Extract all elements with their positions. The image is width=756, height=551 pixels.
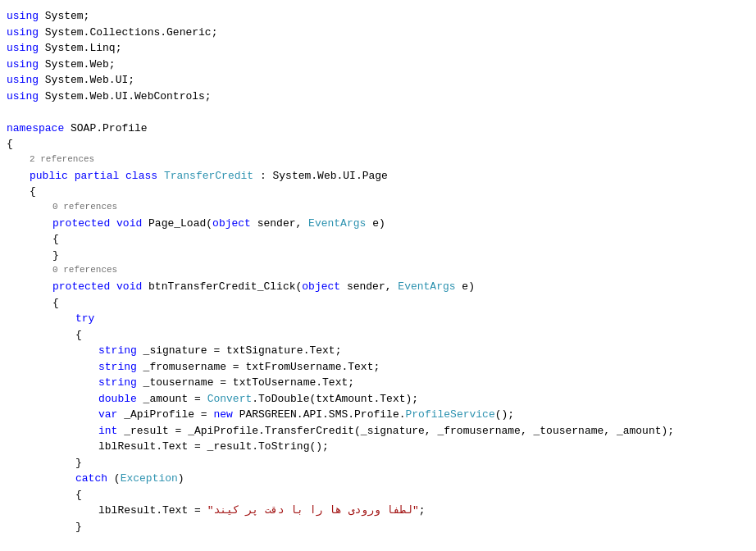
keyword-partial: partial [75, 168, 120, 184]
reference-count: 2 references [30, 153, 94, 166]
line-try-close: } [0, 455, 756, 471]
line-api-profile: var _ApiProfile = new PARSGREEN.API.SMS.… [0, 407, 756, 423]
code-editor: using System; using System.Collections.G… [0, 0, 756, 551]
type-profile-service: ProfileService [405, 407, 494, 423]
line-from: string _fromusername = txtFromUsername.T… [0, 359, 756, 376]
keyword-class: class [125, 168, 157, 184]
keyword-string-from: string [98, 359, 137, 376]
line-ref-count-2: 2 references [0, 153, 756, 168]
line-page-load-open: { [0, 231, 756, 248]
line-class-declaration: public partial class TransferCredit : Sy… [0, 168, 756, 184]
line-to: string _tousername = txtToUsername.Text; [0, 375, 756, 391]
type-eventargs-btn: EventArgs [398, 279, 455, 295]
keyword-object-pl: object [212, 216, 251, 232]
line-namespace-open: { [0, 136, 756, 153]
line-try-open: { [0, 327, 756, 344]
string-error-msg: "لطفا ورودی ها را با دقت پر کیند" [207, 503, 419, 519]
blank-line-1 [0, 104, 756, 121]
keyword-using: using [7, 25, 39, 41]
keyword-using: using [7, 72, 39, 89]
line-catch-open: { [0, 487, 756, 503]
keyword-using: using [7, 57, 39, 73]
keyword-try: try [75, 311, 94, 327]
keyword-void-btn: void [116, 279, 142, 295]
line-amount: double _amount = Convert.ToDouble(txtAmo… [0, 391, 756, 408]
line-using-system: using System; [0, 8, 756, 25]
blank-line-2 [0, 535, 756, 551]
line-class-open: { [0, 184, 756, 200]
keyword-object-btn: object [302, 279, 340, 295]
keyword-void-pageload: void [116, 216, 142, 232]
line-catch: catch (Exception) [0, 471, 756, 487]
keyword-string-sig: string [98, 343, 137, 359]
line-btn-click: protected void btnTransferCredit_Click(o… [0, 279, 756, 295]
line-try: try [0, 311, 756, 327]
keyword-protected: protected [52, 216, 110, 232]
keyword-int: int [98, 423, 117, 439]
keyword-using: using [7, 40, 39, 57]
line-catch-close: } [0, 519, 756, 535]
line-page-load-close: } [0, 248, 756, 264]
class-name-transfer: TransferCredit [164, 168, 253, 184]
keyword-catch: catch [75, 471, 107, 487]
keyword-using: using [7, 8, 39, 25]
keyword-public: public [30, 168, 68, 184]
keyword-var: var [98, 407, 117, 423]
line-ref-count-0a: 0 references [0, 200, 756, 216]
line-using-webcontrols: using System.Web.UI.WebControls; [0, 89, 756, 105]
keyword-protected-btn: protected [52, 279, 110, 295]
keyword-using: using [7, 89, 39, 105]
line-lbl-result: lblResult.Text = _result.ToString(); [0, 439, 756, 455]
line-using-collections: using System.Collections.Generic; [0, 25, 756, 41]
keyword-namespace: namespace [7, 121, 64, 137]
type-eventargs-pl: EventArgs [308, 216, 366, 232]
line-page-load: protected void Page_Load(object sender, … [0, 216, 756, 232]
line-sig: string _signature = txtSignature.Text; [0, 343, 756, 359]
reference-count-0b: 0 references [52, 263, 117, 277]
line-using-webui: using System.Web.UI; [0, 72, 756, 89]
type-exception: Exception [121, 471, 178, 487]
line-using-web: using System.Web; [0, 57, 756, 73]
line-result: int _result = _ApiProfile.TransferCredit… [0, 423, 756, 439]
line-btn-open: { [0, 295, 756, 312]
line-namespace: namespace SOAP.Profile [0, 121, 756, 137]
line-using-linq: using System.Linq; [0, 40, 756, 57]
reference-count-0a: 0 references [52, 200, 117, 214]
keyword-double: double [98, 391, 137, 408]
line-ref-count-0b: 0 references [0, 263, 756, 279]
line-lbl-error: lblResult.Text = "لطفا ورودی ها را با دق… [0, 503, 756, 519]
keyword-new: new [213, 407, 232, 423]
type-convert: Convert [207, 391, 253, 408]
keyword-string-to: string [98, 375, 137, 391]
